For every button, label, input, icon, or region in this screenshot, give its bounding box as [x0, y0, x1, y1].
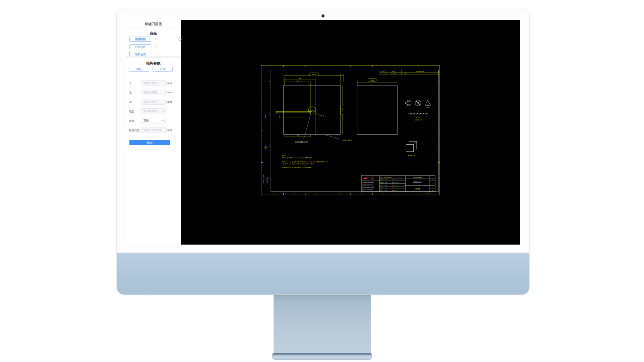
svg-text:Date: Date: [392, 185, 394, 186]
zipper-input[interactable]: [141, 127, 166, 133]
svg-text:21.5.8: 21.5.8: [395, 185, 399, 186]
svg-text:8: 8: [428, 193, 429, 195]
glue-value: 宽胶: [143, 119, 149, 122]
product-item-label: 瓦楞纸箱: [135, 38, 146, 41]
width-unit: mm: [167, 91, 172, 94]
dimension-lines: [263, 74, 397, 150]
title-block: THIS DRAWING REMAINS THE SOLE PROPERTY O…: [361, 175, 435, 192]
svg-text:98.5: 98.5: [312, 74, 316, 75]
width-label: 宽: [129, 91, 132, 95]
svg-text:81: 81: [299, 77, 301, 79]
svg-text:8: 8: [275, 113, 275, 114]
monitor-base: [272, 353, 372, 360]
certification-symbols: [406, 100, 431, 106]
svg-text:D: D: [269, 178, 270, 179]
outer-size-toggle[interactable]: 外径: [153, 67, 173, 72]
product-item-label: 彩印包装: [135, 45, 146, 48]
preview-button[interactable]: 预览: [129, 140, 170, 145]
svg-text:Date: Date: [392, 179, 394, 180]
inner-size-toggle[interactable]: 内径: [129, 67, 149, 72]
svg-text:C: C: [269, 146, 270, 147]
isometric-box: SCALE 1:5: [406, 142, 417, 156]
box-type-row: 箱型 请选择箱型 ▾: [129, 108, 178, 114]
svg-text:NOTE:: NOTE:: [282, 155, 286, 156]
svg-text:A2: A2: [432, 183, 433, 185]
svg-text:1 / 1: 1 / 1: [395, 190, 398, 191]
width-input[interactable]: [141, 90, 166, 95]
svg-text:R.Su: R.Su: [385, 182, 388, 183]
height-unit: mm: [167, 100, 172, 103]
svg-text:1.The specification according: 1.The specification according to Q/HMB-J…: [282, 157, 313, 159]
svg-text:62.5: 62.5: [342, 108, 343, 111]
svg-text:5: 5: [361, 193, 362, 195]
svg-text:Date: Date: [392, 182, 394, 183]
svg-text:Approve: Approve: [380, 187, 385, 189]
product-section-title: 商品: [126, 31, 181, 36]
revision-table: NO DATE DESCRIPTION 1 2021/5/8 NEW: [380, 70, 438, 75]
title-block-legal-text: THIS DRAWING REMAINS THE SOLE PROPERTY O…: [362, 182, 374, 192]
zipper-label: 拉链位置: [129, 128, 140, 132]
length-label: 长: [129, 82, 132, 85]
svg-text:2.Die cut and quality DIE CUT: 2.Die cut and quality DIE CUT with accor…: [282, 161, 328, 163]
inner-border: [271, 70, 438, 192]
svg-text:304.5(315)306.5: 304.5(315)306.5: [295, 141, 308, 143]
cad-canvas[interactable]: A B C D A B C D 1 2 3 4 5 6 7 8: [181, 20, 520, 245]
svg-text:A: A: [269, 81, 270, 82]
svg-text:PE-LD: PE-LD: [426, 107, 429, 108]
detail-circle: 304.5(315)306.5: [295, 107, 316, 143]
svg-text:3.The die cut as per graphics:: 3.The die cut as per graphics: XXXXXXXX.: [282, 167, 311, 168]
cad-drawing: A B C D A B C D 1 2 3 4 5 6 7 8: [260, 65, 440, 196]
svg-text:Design: Design: [380, 179, 384, 180]
length-unit: mm: [167, 82, 172, 85]
params-section-title: 结构参数: [126, 61, 181, 66]
svg-text:mm: mm: [385, 190, 387, 191]
svg-text:PE sheet dwg: PE sheet dwg: [413, 177, 421, 178]
svg-text:NOT BE COPIED OR USED: NOT BE COPIED OR USED: [362, 187, 374, 188]
svg-text:DATE: DATE: [392, 71, 395, 72]
monitor-bezel: 智能刀版图 商品 瓦楞纸箱 › 彩印包装 › 塑料包装 › 结构参数 内径 外径…: [116, 8, 530, 295]
svg-text:64: 64: [297, 134, 299, 136]
height-input[interactable]: [141, 99, 166, 105]
svg-text:1: 1: [272, 193, 273, 195]
svg-text:A4: A4: [432, 190, 433, 191]
svg-text:6: 6: [384, 193, 385, 195]
app-title: 智能刀版图: [126, 20, 181, 28]
svg-text:Q'TY:1: Q'TY:1: [416, 117, 421, 118]
product-item-label: 塑料包装: [135, 53, 146, 56]
svg-text:Page: Page: [392, 190, 394, 191]
svg-text:SCALE 2:1: SCALE 2:1: [415, 119, 422, 121]
title-block-right: PE sheet dwg HMS/BAPU (W)KE 1 A2 1:1 A4: [413, 177, 433, 192]
title-block-rows: DesignR.SuDate21.5.8 DrawnR.SuDate21.5.8…: [380, 179, 399, 191]
glue-select[interactable]: 宽胶 ▾: [141, 118, 166, 123]
svg-text:(W)KE: (W)KE: [415, 188, 420, 190]
box-type-placeholder: 请选择箱型: [143, 109, 157, 113]
svg-text:4: 4: [339, 193, 340, 195]
svg-text:96.5: 96.5: [370, 80, 374, 81]
svg-text:B.Lin: B.Lin: [385, 187, 388, 189]
svg-text:B: B: [269, 113, 270, 115]
svg-text:1: 1: [382, 73, 383, 74]
svg-text:AMD-AB12: AMD-AB12: [267, 177, 268, 183]
title-block-code: 4PB-HMB-K.05: [384, 177, 392, 178]
svg-text:XXXXXXXXXXXXXX: XXXXXXXXXXXXXX: [408, 112, 429, 115]
svg-text:4MXAL-8DAC: 4MXAL-8DAC: [263, 174, 265, 183]
model-text: PS PE-LD XXXXXXXXXXXXXX Q'TY:1 SCALE 2:1: [408, 104, 429, 121]
sidebar: 智能刀版图 商品 瓦楞纸箱 › 彩印包装 › 塑料包装 › 结构参数 内径 外径…: [126, 20, 181, 245]
svg-text:THIS DRAWING REMAINS: THIS DRAWING REMAINS: [362, 182, 374, 183]
box-type-select[interactable]: 请选择箱型 ▾: [141, 108, 166, 114]
svg-text:3: 3: [316, 193, 317, 195]
svg-text:gasket dia 4X: gasket dia 4X: [343, 139, 352, 141]
zipper-row: 拉链位置 mm: [129, 127, 178, 133]
chevron-right-icon[interactable]: ›: [154, 44, 158, 49]
svg-text:NEW: NEW: [404, 73, 407, 74]
chevron-right-icon[interactable]: ›: [154, 37, 158, 42]
product-item-colorprint-button[interactable]: 彩印包装: [129, 44, 151, 49]
screen: 智能刀版图 商品 瓦楞纸箱 › 彩印包装 › 塑料包装 › 结构参数 内径 外径…: [126, 20, 520, 245]
svg-text:Unit: Unit: [380, 190, 383, 191]
product-item-corrugated-button[interactable]: 瓦楞纸箱: [129, 37, 151, 42]
svg-text:3: 3: [278, 117, 278, 119]
svg-text:THE COMPANY AND MUST: THE COMPANY AND MUST: [362, 185, 374, 187]
length-input[interactable]: [141, 80, 166, 86]
svg-text:NO: NO: [382, 71, 384, 72]
monitor-stand: [274, 294, 371, 354]
